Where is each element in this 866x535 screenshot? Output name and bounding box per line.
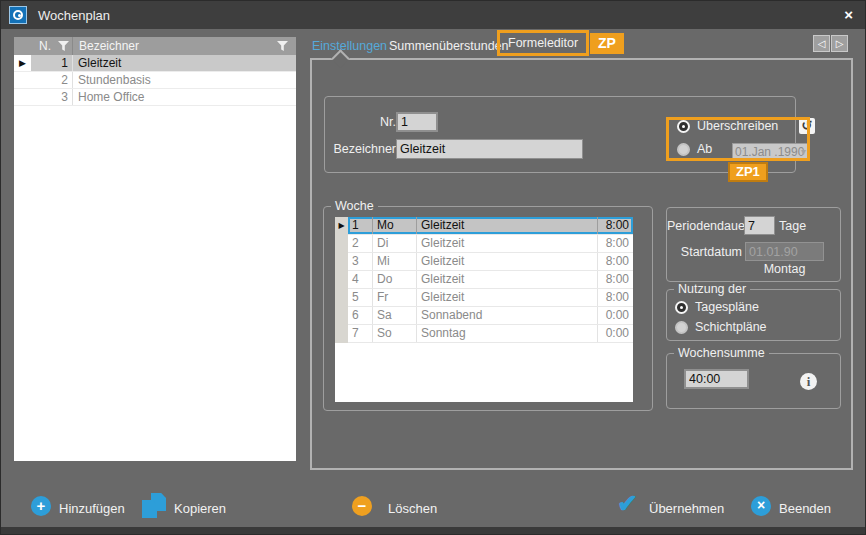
tagesplan-name: Gleitzeit (417, 217, 598, 234)
wochensumme-group: Wochensumme i (666, 353, 841, 409)
nav-previous-button[interactable]: ◁ (813, 35, 830, 52)
day-hours: 0:00 (598, 325, 633, 342)
column-header-bezeichner: Bezeichner (79, 39, 139, 53)
table-row[interactable]: ▶1MoGleitzeit8:00 (335, 217, 633, 235)
row-bezeichner: Stundenbasis (73, 72, 296, 88)
periodendauer-label: Periodendauer (667, 219, 742, 233)
row-marker-icon: ▶ (335, 217, 348, 235)
table-row[interactable]: 6SaSonnabend0:00 (335, 307, 633, 325)
filter-icon[interactable] (277, 41, 288, 51)
periode-group: Periodendauer Tage Startdatum Montag (666, 207, 841, 282)
row-gutter (335, 253, 348, 271)
copy-icon[interactable] (142, 493, 169, 519)
row-gutter (335, 235, 348, 253)
tage-label: Tage (779, 219, 814, 233)
delete-icon[interactable]: − (352, 496, 372, 516)
list-item[interactable]: ▶1Gleitzeit (14, 55, 296, 72)
nutzung-group: Nutzung der Tagespläne Schichtpläne (666, 289, 841, 341)
wochenplan-window: Wochenplan × N. Bezeichner ▶1Gleitzeit2S… (0, 0, 866, 535)
startdatum-input (745, 242, 824, 261)
table-row[interactable]: 2DiGleitzeit8:00 (335, 235, 633, 253)
nr-input[interactable] (396, 112, 438, 132)
filter-icon[interactable] (58, 41, 69, 51)
nr-label: Nr. (335, 115, 396, 129)
day-number: 3 (348, 253, 373, 270)
row-cells: 1MoGleitzeit8:00 (348, 217, 633, 235)
row-marker-icon: ▶ (14, 55, 31, 71)
window-bottom-edge (1, 527, 865, 534)
row-bezeichner: Home Office (73, 89, 296, 105)
list-item[interactable]: 3Home Office (14, 89, 296, 106)
row-gutter (335, 307, 348, 325)
tab-formeleditor[interactable]: Formeleditor (497, 30, 589, 56)
day-number: 4 (348, 271, 373, 288)
day-hours: 8:00 (598, 235, 633, 252)
startdatum-label: Startdatum (667, 245, 742, 259)
column-header-nr: N. (39, 39, 51, 53)
row-cells: 4DoGleitzeit8:00 (348, 271, 633, 289)
add-icon[interactable]: + (31, 496, 51, 516)
window-title: Wochenplan (38, 8, 110, 23)
radio-schichtplaene[interactable]: Schichtpläne (675, 320, 767, 334)
plan-list-table: N. Bezeichner ▶1Gleitzeit2Stundenbasis3H… (14, 37, 296, 461)
row-cells: 3MiGleitzeit8:00 (348, 253, 633, 271)
row-number: 2 (31, 72, 73, 88)
day-number: 7 (348, 325, 373, 342)
info-icon[interactable]: i (800, 373, 817, 390)
tagesplan-name: Gleitzeit (417, 289, 598, 306)
quit-icon[interactable]: × (751, 496, 771, 516)
day-abbrev: Mo (373, 217, 417, 234)
day-hours: 8:00 (598, 289, 633, 306)
uebernehmen-button[interactable]: Übernehmen (649, 501, 724, 516)
zp1-annotation-box (666, 117, 810, 161)
table-row[interactable]: 4DoGleitzeit8:00 (335, 271, 633, 289)
row-cells: 2DiGleitzeit8:00 (348, 235, 633, 253)
periodendauer-input[interactable] (744, 216, 775, 235)
woche-group: Woche ▶1MoGleitzeit8:002DiGleitzeit8:003… (323, 206, 653, 411)
tab-summenueberstunden[interactable]: Summenüberstunden (389, 39, 509, 53)
day-number: 6 (348, 307, 373, 324)
loeschen-button[interactable]: Löschen (388, 501, 437, 516)
table-row[interactable]: 5FrGleitzeit8:00 (335, 289, 633, 307)
row-gutter (335, 271, 348, 289)
day-abbrev: So (373, 325, 417, 342)
bezeichner-input[interactable] (396, 139, 583, 159)
woche-table: ▶1MoGleitzeit8:002DiGleitzeit8:003MiGlei… (335, 217, 633, 402)
nav-next-button[interactable]: ▷ (831, 35, 848, 52)
day-hours: 8:00 (598, 271, 633, 288)
einstellungen-panel: Nr. Bezeichner Überschreiben Ab 01.Jan .… (310, 58, 853, 470)
hinzufuegen-button[interactable]: Hinzufügen (59, 501, 125, 516)
radio-tagesplaene[interactable]: Tagespläne (675, 300, 759, 314)
titlebar: Wochenplan × (1, 1, 865, 29)
bezeichner-label: Bezeichner (325, 142, 396, 156)
row-cells: 5FrGleitzeit8:00 (348, 289, 633, 307)
tagesplan-name: Gleitzeit (417, 271, 598, 288)
zp1-annotation-badge: ZP1 (728, 162, 768, 182)
wochensumme-group-label: Wochensumme (674, 346, 769, 360)
day-abbrev: Mi (373, 253, 417, 270)
row-cells: 6SaSonnabend0:00 (348, 307, 633, 325)
header-gutter (14, 37, 31, 55)
row-number: 3 (31, 89, 73, 105)
tagesplan-name: Gleitzeit (417, 253, 598, 270)
list-item[interactable]: 2Stundenbasis (14, 72, 296, 89)
check-icon[interactable]: ✔ (617, 489, 638, 518)
tagesplan-name: Gleitzeit (417, 235, 598, 252)
radio-icon (675, 321, 688, 334)
wochensumme-input[interactable] (684, 369, 749, 389)
row-gutter (14, 89, 31, 105)
close-icon[interactable]: × (844, 6, 853, 23)
row-bezeichner: Gleitzeit (73, 55, 296, 71)
row-gutter (14, 72, 31, 88)
day-hours: 8:00 (598, 253, 633, 270)
kopieren-button[interactable]: Kopieren (174, 501, 226, 516)
table-row[interactable]: 3MiGleitzeit8:00 (335, 253, 633, 271)
tab-einstellungen[interactable]: Einstellungen (312, 39, 387, 53)
table-row[interactable]: 7SoSonntag0:00 (335, 325, 633, 343)
tagesplan-name: Sonnabend (417, 307, 598, 324)
zp-annotation-badge: ZP (590, 33, 624, 54)
nutzung-group-label: Nutzung der (674, 282, 750, 296)
beenden-button[interactable]: Beenden (779, 501, 831, 516)
plan-list-rows: ▶1Gleitzeit2Stundenbasis3Home Office (14, 55, 296, 106)
day-abbrev: Do (373, 271, 417, 288)
